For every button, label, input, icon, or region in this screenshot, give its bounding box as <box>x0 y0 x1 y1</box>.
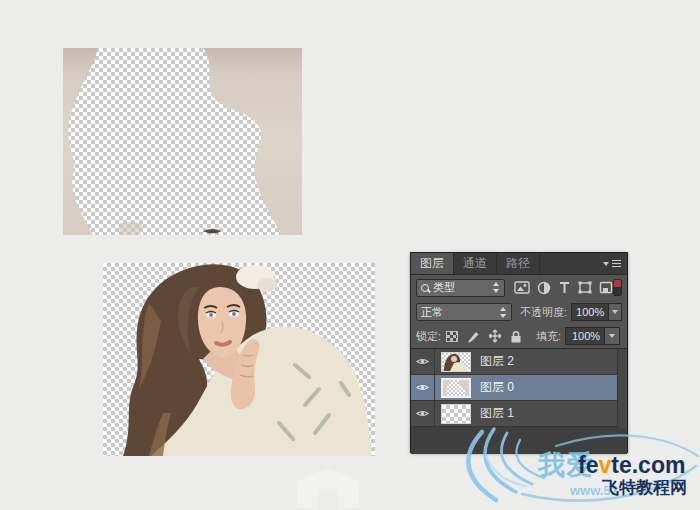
eye-icon <box>416 357 429 366</box>
tab-layers[interactable]: 图层 <box>411 253 454 274</box>
updown-arrows-icon <box>493 282 500 293</box>
layer-thumbnail-beige-cutout[interactable] <box>441 378 471 398</box>
brand-prefix: fe <box>578 452 598 478</box>
lock-transparency-icon[interactable] <box>446 331 458 342</box>
panel-menu-icon[interactable] <box>603 253 627 274</box>
extracted-portrait-image <box>103 263 375 456</box>
lock-paint-icon[interactable] <box>466 330 480 343</box>
layer-row-1[interactable]: 图层 1 <box>411 401 617 427</box>
layer-filter-switch[interactable] <box>613 279 622 296</box>
lock-label: 锁定: <box>416 329 441 344</box>
search-icon <box>421 284 429 292</box>
brand-accent: v <box>598 452 611 478</box>
layer-name: 图层 2 <box>480 353 514 370</box>
eye-icon <box>416 409 429 418</box>
fill-label: 填充: <box>536 329 561 344</box>
lock-position-icon[interactable] <box>488 329 502 343</box>
visibility-toggle[interactable] <box>411 401 435 426</box>
layer-thumbnail-portrait[interactable] <box>441 352 471 372</box>
hamburger-icon <box>612 260 621 267</box>
fill-value: 100% <box>572 330 600 342</box>
lock-icons <box>446 329 522 343</box>
tab-paths[interactable]: 路径 <box>497 253 540 274</box>
layer-thumbnail-transparent[interactable] <box>441 404 471 424</box>
photoshop-tutorial-collage: 图层 通道 路径 类型 <box>0 0 700 510</box>
brand-suffix: te.com <box>611 452 685 478</box>
tab-channels[interactable]: 通道 <box>454 253 497 274</box>
blend-row: 正常 不透明度: 100% <box>411 300 627 324</box>
portrait-illustration <box>103 263 375 456</box>
fill-dropdown-button[interactable] <box>605 327 620 345</box>
caret-down-icon <box>609 334 615 338</box>
filter-kind-dropdown[interactable]: 类型 <box>416 279 505 297</box>
eye-icon <box>416 383 429 392</box>
tab-channels-label: 通道 <box>463 255 487 272</box>
ghost-logo-watermark <box>297 468 359 508</box>
lock-row: 锁定: 填充: 100% <box>411 324 627 348</box>
lock-all-icon[interactable] <box>510 330 522 343</box>
opacity-value: 100% <box>576 306 604 318</box>
filter-kind-label: 类型 <box>433 280 455 295</box>
filter-row: 类型 <box>411 275 627 300</box>
layer-row-2[interactable]: 图层 2 <box>411 349 617 375</box>
layers-list: 图层 2 <box>411 348 627 454</box>
opacity-label: 不透明度: <box>520 305 567 320</box>
caret-down-icon <box>603 262 609 266</box>
visibility-toggle[interactable] <box>411 375 435 400</box>
blend-mode-dropdown[interactable]: 正常 <box>416 303 512 321</box>
beige-cutout-image <box>63 48 302 235</box>
smart-object-filter-icon[interactable] <box>599 281 613 294</box>
tab-paths-label: 路径 <box>506 255 530 272</box>
caret-down-icon <box>612 310 618 314</box>
shape-layer-filter-icon[interactable] <box>578 281 592 294</box>
layer-name: 图层 0 <box>480 379 514 396</box>
opacity-value-field[interactable]: 100% <box>571 303 609 321</box>
layer-row-0[interactable]: 图层 0 <box>411 375 617 401</box>
transparent-silhouette <box>63 48 302 235</box>
adjustment-layer-filter-icon[interactable] <box>537 281 551 295</box>
blend-mode-value: 正常 <box>421 305 443 320</box>
opacity-dropdown-button[interactable] <box>609 303 622 321</box>
visibility-toggle[interactable] <box>411 349 435 374</box>
layers-scrollbar[interactable] <box>617 349 627 428</box>
pixel-layer-filter-icon[interactable] <box>514 281 530 294</box>
updown-arrows-icon <box>500 307 507 318</box>
filter-icons <box>514 281 613 295</box>
layers-panel: 图层 通道 路径 类型 <box>410 252 628 453</box>
watermark-brand-text: fevte.com <box>578 452 685 479</box>
type-layer-filter-icon[interactable] <box>558 281 571 294</box>
layer-name: 图层 1 <box>480 405 514 422</box>
tab-layers-label: 图层 <box>420 255 444 272</box>
fill-value-field[interactable]: 100% <box>565 327 605 345</box>
watermark-site-name: 飞特教程网 <box>602 476 687 499</box>
watermark-url-text: www.52 <box>570 483 618 498</box>
panel-tabbar: 图层 通道 路径 <box>411 253 627 275</box>
